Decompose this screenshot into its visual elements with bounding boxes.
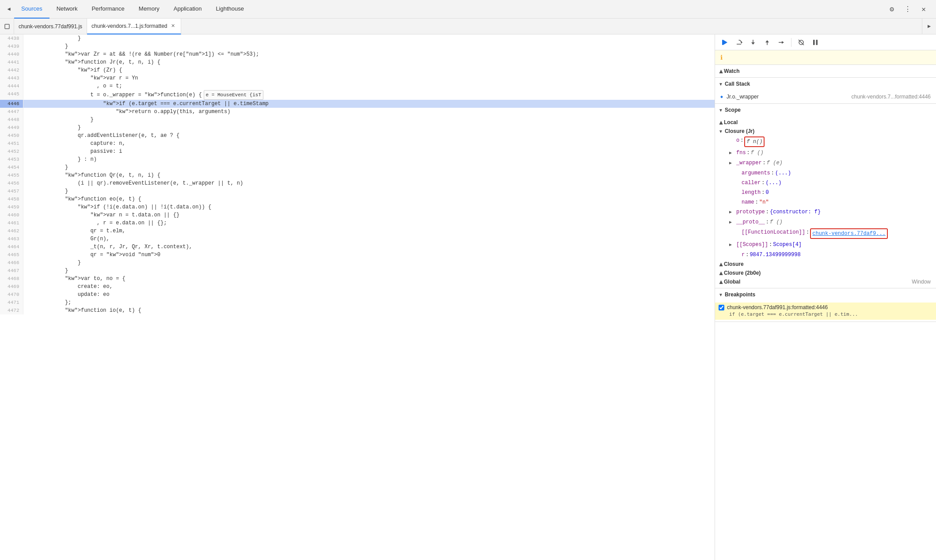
nav-tab-network[interactable]: Network — [49, 0, 85, 19]
scope-val-proto: f () — [770, 218, 783, 226]
scope-item-wrapper[interactable]: ▶ _wrapper : f (e) — [715, 158, 936, 168]
step-over-button[interactable] — [733, 36, 745, 49]
call-stack-chevron: ▼ — [719, 82, 723, 87]
watch-header[interactable]: ▶ Watch — [715, 65, 936, 77]
step-button[interactable] — [775, 36, 788, 49]
line-number: 4472 — [0, 306, 23, 314]
scope-closure-jr-header[interactable]: ▼ Closure (Jr) — [715, 127, 936, 136]
breakpoint-file: chunk-vendors.77daf991.js:formatted:4446 — [727, 304, 828, 310]
expand-icon: ▶ — [729, 208, 735, 216]
line-content: create: eo, — [23, 283, 715, 291]
scope-label: Scope — [725, 107, 741, 113]
line-content: } — [23, 163, 715, 171]
line-content: "kw">var Zr = at && !(re && Number(re["n… — [23, 50, 715, 58]
scope-item-arguments: arguments : (...) — [715, 168, 936, 178]
line-number: 4455 — [0, 171, 23, 179]
scope-item-function-location: [[FunctionLocation]] : chunk-vendors.77d… — [715, 227, 936, 240]
code-row: 4443 "kw">var r = Yn — [0, 74, 715, 82]
scope-global-label: Global — [724, 279, 740, 285]
scope-closure-jr-label: Closure (Jr) — [725, 128, 754, 134]
nav-tab-application[interactable]: Application — [167, 0, 209, 19]
scope-item-name: name : "n" — [715, 197, 936, 207]
code-row: 4439 } — [0, 42, 715, 50]
line-number: 4461 — [0, 219, 23, 227]
file-tabs-bar: chunk-vendors.77daf991.js chunk-vendors.… — [0, 19, 936, 34]
step-out-button[interactable] — [761, 36, 773, 49]
nav-tab-memory[interactable]: Memory — [132, 0, 167, 19]
pause-on-exceptions-button[interactable] — [809, 36, 822, 49]
code-row: 4450 qr.addEventListener(e, t, ae ? { — [0, 132, 715, 140]
step-into-button[interactable] — [747, 36, 759, 49]
main-area: 4438 }4439 }4440 "kw">var Zr = at && !(r… — [0, 34, 936, 560]
code-row: 4454 } — [0, 163, 715, 171]
file-tabs-expand-button[interactable] — [0, 19, 14, 34]
code-row: 4445 t = o._wrapper = "kw">function(e) {… — [0, 90, 715, 100]
scope-item-fns[interactable]: ▶ fns : f () — [715, 148, 936, 158]
scope-item-caller: caller : (...) — [715, 178, 936, 188]
nav-tab-sources[interactable]: Sources — [14, 0, 49, 19]
code-row: 4447 "kw">return o.apply(this, arguments… — [0, 108, 715, 116]
watch-section: ▶ Watch — [715, 65, 936, 78]
line-content: update: eo — [23, 291, 715, 299]
more-options-icon[interactable]: ⋮ — [902, 4, 913, 15]
nav-tab-performance[interactable]: Performance — [84, 0, 131, 19]
scope-val-function-location[interactable]: chunk-vendors.77daf9... — [810, 228, 888, 239]
line-number: 4454 — [0, 163, 23, 171]
deactivate-breakpoints-button[interactable] — [795, 36, 807, 49]
scope-local-header[interactable]: ▶ Local — [715, 118, 936, 127]
scope-key-scopes: [[Scopes]] — [736, 241, 768, 249]
scope-val-caller: (...) — [765, 179, 781, 187]
call-stack-item[interactable]: ◆ Jr.o._wrapper chunk-vendors.7...format… — [715, 92, 936, 102]
code-row: 4452 passive: i — [0, 148, 715, 155]
code-row: 4451 capture: n, — [0, 140, 715, 148]
line-content: "kw">function Jr(e, t, n, i) { — [23, 58, 715, 66]
scope-header[interactable]: ▼ Scope — [715, 104, 936, 116]
close-icon[interactable]: ✕ — [918, 4, 929, 15]
scope-val-o[interactable]: f n() — [744, 136, 765, 147]
line-number: 4448 — [0, 116, 23, 124]
resume-button[interactable] — [719, 36, 731, 49]
scope-val-r: 9847.13499999998 — [750, 251, 800, 259]
run-code-button[interactable]: ▶ — [922, 19, 936, 34]
nav-tab-lighthouse[interactable]: Lighthouse — [209, 0, 251, 19]
code-row: 4462 qr = t.elm, — [0, 227, 715, 235]
scope-item-r: r : 9847.13499999998 — [715, 250, 936, 260]
line-content: Gr(n), — [23, 235, 715, 243]
scope-key-arguments: arguments — [742, 169, 770, 177]
line-number: 4445 — [0, 90, 23, 100]
line-number: 4464 — [0, 243, 23, 251]
settings-icon[interactable]: ⚙ — [887, 4, 897, 15]
scope-global-header[interactable]: ▶ Global Window — [715, 277, 936, 286]
right-panel-scroll[interactable]: ▶ Watch ▼ Call Stack ◆ Jr.o._wrapper chu… — [715, 65, 936, 560]
nav-back-button[interactable]: ◀ — [4, 0, 14, 19]
code-row: 4441 "kw">function Jr(e, t, n, i) { — [0, 58, 715, 66]
code-row: 4465 qr = "kw">void "num">0 — [0, 251, 715, 259]
scope-closure-2b0e-header[interactable]: ▶ Closure (2b0e) — [715, 269, 936, 277]
file-tab-close-button[interactable]: ✕ — [170, 23, 176, 29]
scope-item-scopes[interactable]: ▶ [[Scopes]] : Scopes[4] — [715, 240, 936, 250]
breakpoints-header[interactable]: ▼ Breakpoints — [715, 288, 936, 301]
call-stack-header[interactable]: ▼ Call Stack — [715, 78, 936, 90]
scope-item-proto[interactable]: ▶ __proto__ : f () — [715, 217, 936, 227]
paused-banner: ℹ — [715, 50, 936, 65]
svg-rect-2 — [722, 40, 723, 45]
right-panel: ℹ ▶ Watch ▼ Call Stack ◆ — [715, 34, 936, 560]
line-number: 4443 — [0, 74, 23, 82]
call-stack-item-location: chunk-vendors.7...formatted:4446 — [852, 94, 931, 100]
file-tab-chunk-vendors[interactable]: chunk-vendors.77daf991.js — [14, 19, 87, 34]
scope-item-prototype[interactable]: ▶ prototype : {constructor: f} — [715, 207, 936, 217]
line-number: 4452 — [0, 148, 23, 155]
line-number: 4442 — [0, 66, 23, 74]
line-number: 4447 — [0, 108, 23, 116]
code-row: 4469 create: eo, — [0, 283, 715, 291]
scope-content: ▶ Local ▼ Closure (Jr) o : f n() — [715, 116, 936, 288]
scope-closure-header[interactable]: ▶ Closure — [715, 260, 936, 269]
svg-rect-14 — [816, 40, 818, 45]
scope-val-length: 0 — [765, 189, 769, 197]
code-panel[interactable]: 4438 }4439 }4440 "kw">var Zr = at && !(r… — [0, 34, 715, 560]
breakpoint-checkbox[interactable] — [719, 305, 724, 310]
line-number: 4457 — [0, 187, 23, 195]
file-tab-chunk-vendors-formatted[interactable]: chunk-vendors.7...1.js:formatted ✕ — [87, 19, 181, 34]
line-content: "kw">var to, no = { — [23, 275, 715, 283]
breakpoint-condition: if (e.target === e.currentTarget || e.ti… — [719, 310, 932, 318]
